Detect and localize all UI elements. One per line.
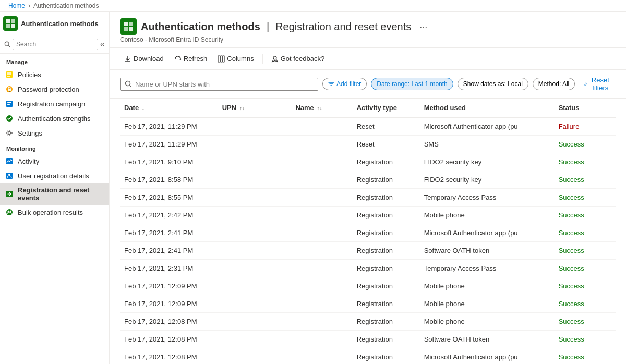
- cell-activity-type: Registration: [353, 331, 420, 348]
- sidebar-item-bulk-ops[interactable]: Bulk operation results: [0, 205, 109, 220]
- svg-rect-2: [6, 24, 10, 28]
- app-logo: [3, 16, 18, 31]
- table-row[interactable]: Feb 17, 2021, 12:08 PM Registration Mobi…: [120, 313, 616, 331]
- table-row[interactable]: Feb 17, 2021, 2:42 PM Registration Mobil…: [120, 207, 616, 224]
- filter-search-icon: [125, 80, 132, 88]
- reset-icon: [583, 81, 587, 87]
- col-header-name[interactable]: Name ↑↓: [291, 99, 352, 117]
- cell-date: Feb 17, 2021, 12:08 PM: [120, 313, 218, 331]
- cell-activity-type: Reset: [353, 117, 420, 136]
- table-row[interactable]: Feb 17, 2021, 2:31 PM Registration Tempo…: [120, 260, 616, 277]
- table-row[interactable]: Feb 17, 2021, 12:09 PM Registration Mobi…: [120, 277, 616, 295]
- col-header-method[interactable]: Method used: [420, 99, 555, 117]
- cell-method-used: Temporary Access Pass: [420, 260, 555, 277]
- table-row[interactable]: Feb 17, 2021, 11:29 PM Reset SMS Success: [120, 136, 616, 153]
- svg-point-24: [10, 211, 11, 212]
- cell-status: Success: [555, 136, 616, 153]
- cell-upn: [218, 295, 292, 313]
- cell-name: [291, 295, 352, 313]
- svg-rect-25: [124, 22, 128, 26]
- cell-status: Success: [555, 242, 616, 260]
- table-row[interactable]: Feb 17, 2021, 8:55 PM Registration Tempo…: [120, 189, 616, 207]
- cell-upn: [218, 171, 292, 189]
- add-filter-button[interactable]: Add filter: [322, 78, 367, 90]
- reset-filters-button[interactable]: Reset filters: [579, 74, 616, 94]
- sidebar-item-label: User registration details: [18, 172, 89, 180]
- cell-date: Feb 17, 2021, 8:58 PM: [120, 171, 218, 189]
- refresh-button[interactable]: Refresh: [170, 52, 212, 65]
- collapse-icon[interactable]: «: [100, 40, 105, 49]
- table-row[interactable]: Feb 17, 2021, 8:58 PM Registration FIDO2…: [120, 171, 616, 189]
- table-row[interactable]: Feb 17, 2021, 2:41 PM Registration Micro…: [120, 224, 616, 242]
- cell-method-used: Microsoft Authenticator app (pu: [420, 348, 555, 365]
- col-header-date[interactable]: Date ↓: [120, 99, 218, 117]
- cell-method-used: Mobile phone: [420, 207, 555, 224]
- sidebar-search-container: «: [0, 35, 109, 54]
- sidebar-item-policies[interactable]: Policies: [0, 67, 109, 82]
- cell-status: Failure: [555, 117, 616, 136]
- search-input[interactable]: [13, 39, 98, 50]
- sidebar-item-label: Password protection: [18, 86, 79, 93]
- svg-point-34: [126, 81, 130, 86]
- feedback-icon: [271, 55, 279, 63]
- cell-date: Feb 17, 2021, 8:55 PM: [120, 189, 218, 207]
- breadcrumb-home[interactable]: Home: [8, 2, 25, 9]
- cell-activity-type: Registration: [353, 171, 420, 189]
- page-menu-icon[interactable]: ···: [419, 21, 427, 32]
- table-row[interactable]: Feb 17, 2021, 12:08 PM Registration Micr…: [120, 348, 616, 365]
- table-row[interactable]: Feb 17, 2021, 9:10 PM Registration FIDO2…: [120, 153, 616, 171]
- method-filter[interactable]: Method: All: [533, 78, 575, 90]
- sidebar-title: Authentication methods: [21, 20, 99, 28]
- activity-icon: [5, 157, 14, 165]
- cell-status: Success: [555, 277, 616, 295]
- table-row[interactable]: Feb 17, 2021, 2:41 PM Registration Softw…: [120, 242, 616, 260]
- table-row[interactable]: Feb 17, 2021, 12:09 PM Registration Mobi…: [120, 295, 616, 313]
- sort-icon-date: ↓: [142, 105, 145, 111]
- sidebar-item-reg-reset-events[interactable]: Registration and reset events: [0, 183, 109, 205]
- sidebar-item-label: Registration campaign: [18, 100, 85, 108]
- feedback-button[interactable]: Got feedback?: [267, 52, 329, 65]
- svg-rect-0: [6, 19, 10, 23]
- cell-activity-type: Registration: [353, 189, 420, 207]
- cell-name: [291, 348, 352, 365]
- cell-name: [291, 331, 352, 348]
- svg-line-35: [130, 86, 132, 88]
- cell-upn: [218, 117, 292, 136]
- cell-method-used: Microsoft Authenticator app (pu: [420, 224, 555, 242]
- cell-upn: [218, 136, 292, 153]
- cell-activity-type: Registration: [353, 295, 420, 313]
- sidebar-item-registration-campaign[interactable]: Registration campaign: [0, 96, 109, 111]
- svg-rect-28: [129, 27, 133, 31]
- toolbar: Download Refresh Columns: [110, 48, 626, 70]
- sidebar-item-user-registration[interactable]: User registration details: [0, 168, 109, 183]
- policies-icon: [5, 70, 14, 79]
- cell-name: [291, 136, 352, 153]
- reg-reset-icon: [5, 190, 14, 198]
- filter-search-input[interactable]: [135, 80, 314, 88]
- page-header: Authentication methods | Registration an…: [110, 12, 626, 48]
- col-header-activity[interactable]: Activity type: [353, 99, 420, 117]
- cell-name: [291, 207, 352, 224]
- cell-status: Success: [555, 348, 616, 365]
- sidebar-item-auth-strengths[interactable]: Authentication strengths: [0, 111, 109, 126]
- cell-status: Success: [555, 207, 616, 224]
- svg-rect-3: [11, 24, 15, 28]
- sidebar-item-activity[interactable]: Activity: [0, 154, 109, 168]
- date-range-filter[interactable]: Date range: Last 1 month: [371, 78, 453, 90]
- col-header-upn[interactable]: UPN ↑↓: [218, 99, 292, 117]
- show-dates-filter[interactable]: Show dates as: Local: [458, 78, 528, 90]
- table-row[interactable]: Feb 17, 2021, 11:29 PM Reset Microsoft A…: [120, 117, 616, 136]
- filter-bar: Add filter Date range: Last 1 month Show…: [110, 70, 626, 99]
- toolbar-separator: [262, 54, 263, 64]
- download-button[interactable]: Download: [120, 52, 168, 65]
- sidebar-item-password-protection[interactable]: 🔒 Password protection: [0, 82, 109, 96]
- cell-upn: [218, 313, 292, 331]
- columns-button[interactable]: Columns: [213, 52, 258, 65]
- sidebar-item-settings[interactable]: Settings: [0, 126, 109, 140]
- sort-icon-name: ↑↓: [317, 105, 322, 111]
- svg-rect-15: [7, 104, 10, 105]
- col-header-status[interactable]: Status: [555, 99, 616, 117]
- table-row[interactable]: Feb 17, 2021, 12:08 PM Registration Soft…: [120, 331, 616, 348]
- search-icon: [4, 41, 10, 48]
- breadcrumb-separator: ›: [28, 2, 30, 9]
